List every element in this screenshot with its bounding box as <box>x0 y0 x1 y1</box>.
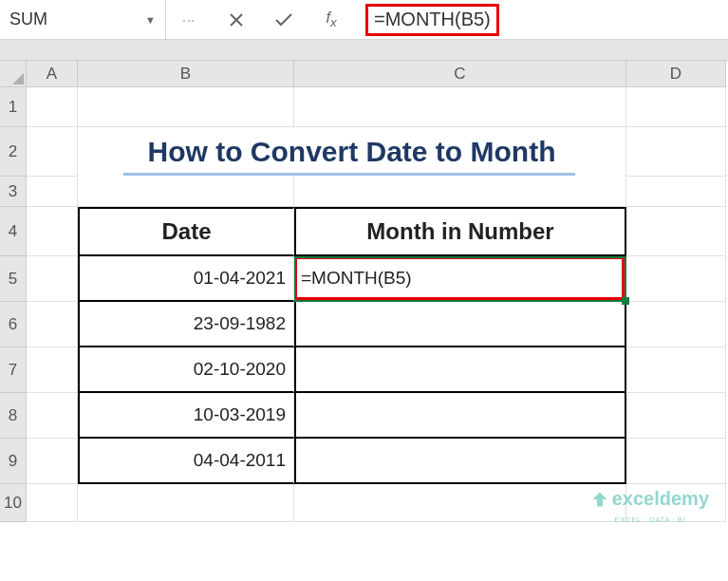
table-header-date[interactable]: Date <box>78 207 294 256</box>
insert-function-button[interactable]: fx <box>316 7 346 33</box>
formula-input[interactable]: =MONTH(B5) <box>354 0 728 39</box>
row-header-8[interactable]: 8 <box>0 393 27 439</box>
cell-C8[interactable] <box>294 393 626 439</box>
name-box[interactable]: SUM ▼ <box>0 0 166 39</box>
row-header-9[interactable]: 9 <box>0 439 27 484</box>
row-header-2[interactable]: 2 <box>0 127 27 177</box>
watermark-tagline: EXCEL · DATA · BI <box>614 515 685 524</box>
watermark-logo: exceldemy <box>591 488 709 510</box>
cell-B7[interactable]: 02-10-2020 <box>78 347 294 393</box>
cell-C1[interactable] <box>294 87 626 127</box>
formula-bar-buttons: ⋮ fx <box>166 0 354 39</box>
select-all-button[interactable] <box>0 61 27 87</box>
cell-D9[interactable] <box>626 439 726 484</box>
cell-C9[interactable] <box>294 439 626 484</box>
cell-D2[interactable] <box>626 127 726 177</box>
confirm-formula-button[interactable] <box>269 7 299 33</box>
ribbon-separator <box>0 40 728 61</box>
expand-icon[interactable]: ⋮ <box>174 7 204 33</box>
cell-D6[interactable] <box>626 302 726 347</box>
cell-D3[interactable] <box>626 177 726 207</box>
cell-A8[interactable] <box>27 393 78 439</box>
cell-A10[interactable] <box>27 484 78 522</box>
x-icon <box>229 12 244 28</box>
check-icon <box>274 12 293 28</box>
row-header-6[interactable]: 6 <box>0 302 27 347</box>
cell-C10[interactable] <box>294 484 626 522</box>
cell-A9[interactable] <box>27 439 78 484</box>
row-header-7[interactable]: 7 <box>0 347 27 393</box>
row-header-4[interactable]: 4 <box>0 207 27 256</box>
table-header-month[interactable]: Month in Number <box>294 207 626 256</box>
cell-D7[interactable] <box>626 347 726 393</box>
col-header-A[interactable]: A <box>27 61 78 87</box>
spreadsheet-grid: 1 2 3 4 5 6 7 8 9 10 A B C D <box>0 61 728 581</box>
cell-C6[interactable] <box>294 302 626 347</box>
cell-D8[interactable] <box>626 393 726 439</box>
column-headers: A B C D <box>27 61 728 87</box>
cell-C3[interactable] <box>294 177 626 207</box>
formula-bar: SUM ▼ ⋮ fx =MONTH(B5) <box>0 0 728 40</box>
row-header-10[interactable]: 10 <box>0 484 27 522</box>
row-header-1[interactable]: 1 <box>0 87 27 127</box>
cell-A2[interactable] <box>27 127 78 177</box>
cell-D4[interactable] <box>626 207 726 256</box>
row-header-5[interactable]: 5 <box>0 256 27 302</box>
cell-D1[interactable] <box>626 87 726 127</box>
cancel-formula-button[interactable] <box>221 7 252 33</box>
name-box-value: SUM <box>9 9 145 29</box>
cell-B5[interactable]: 01-04-2021 <box>78 256 294 302</box>
cell-A1[interactable] <box>27 87 78 127</box>
col-header-B[interactable]: B <box>78 61 294 87</box>
cell-A5[interactable] <box>27 256 78 302</box>
row-headers: 1 2 3 4 5 6 7 8 9 10 <box>0 87 27 522</box>
chevron-down-icon[interactable]: ▼ <box>145 14 156 26</box>
cell-B10[interactable] <box>78 484 294 522</box>
cell-B1[interactable] <box>78 87 294 127</box>
cell-B8[interactable]: 10-03-2019 <box>78 393 294 439</box>
row-header-3[interactable]: 3 <box>0 177 27 207</box>
cell-C5[interactable]: =MONTH(B5) <box>294 256 626 302</box>
watermark: exceldemy EXCEL · DATA · BI <box>591 488 709 524</box>
cell-A3[interactable] <box>27 177 78 207</box>
cell-A7[interactable] <box>27 347 78 393</box>
watermark-brand: exceldemy <box>612 488 709 510</box>
cells-container: How to Convert Date to Month Date Month … <box>27 87 728 522</box>
cell-A4[interactable] <box>27 207 78 256</box>
cell-B6[interactable]: 23-09-1982 <box>78 302 294 347</box>
col-header-C[interactable]: C <box>294 61 626 87</box>
cell-D5[interactable] <box>626 256 726 302</box>
cell-B3[interactable] <box>78 177 294 207</box>
cell-C7[interactable] <box>294 347 626 393</box>
active-cell-formula: =MONTH(B5) <box>301 268 412 289</box>
col-header-D[interactable]: D <box>626 61 726 87</box>
formula-text: =MONTH(B5) <box>365 4 499 36</box>
logo-icon <box>591 491 608 508</box>
cell-A6[interactable] <box>27 302 78 347</box>
cell-B9[interactable]: 04-04-2011 <box>78 439 294 484</box>
fx-icon: fx <box>326 9 336 29</box>
page-title[interactable]: How to Convert Date to Month <box>78 127 626 177</box>
